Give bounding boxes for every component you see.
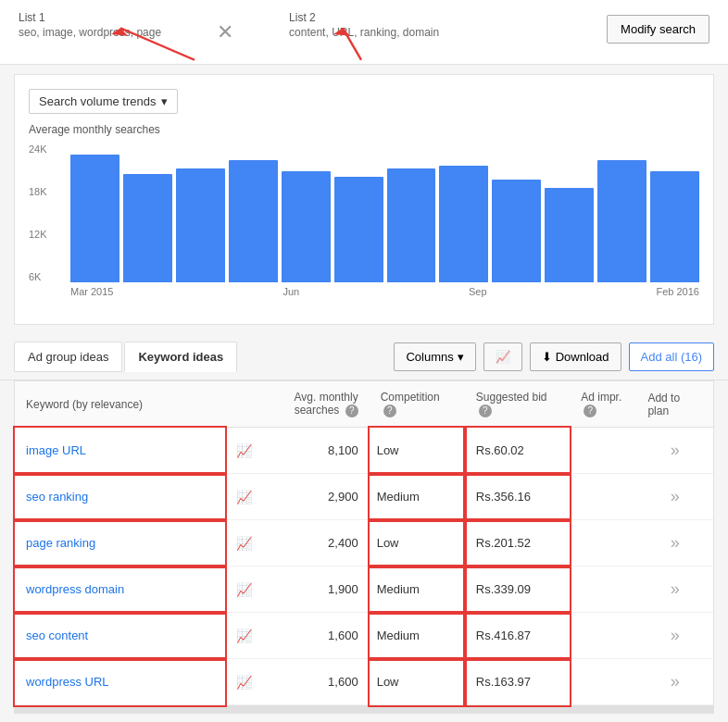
download-label: Download (556, 350, 609, 364)
y-label-6k: 6K (29, 271, 47, 282)
chart-cell[interactable]: 📈 (225, 659, 264, 705)
bid-cell: Rs.163.97 (465, 659, 570, 705)
chart-dropdown-label: Search volume trends (39, 94, 156, 108)
y-label-24k: 24K (29, 143, 47, 155)
keywords-table: Keyword (by relevance) Avg. monthly sear… (15, 381, 713, 705)
x-label-mar2015: Mar 2015 (70, 286, 113, 297)
y-label-12k: 12K (29, 229, 47, 240)
chart-cell[interactable]: 📈 (225, 613, 264, 659)
bar-8 (439, 166, 488, 282)
monthly-help-icon[interactable]: ? (345, 405, 358, 417)
keyword-cell: wordpress URL (15, 659, 225, 705)
monthly-cell: 2,900 (264, 474, 369, 520)
competition-cell: Medium (370, 474, 465, 520)
x-label-jun: Jun (282, 286, 299, 297)
horizontal-scrollbar[interactable] (14, 706, 714, 714)
toolbar-right: Columns ▾ 📈 ⬇ Download Add all (16) (394, 342, 714, 371)
chevron-down-icon: ▾ (458, 350, 464, 364)
y-labels: 6K 12K 18K 24K (29, 143, 47, 282)
table-body: image URL 📈 8,100 Low Rs.60.02 » seo ran… (15, 428, 713, 705)
table-row: wordpress URL 📈 1,600 Low Rs.163.97 » (15, 659, 713, 705)
x-labels: Mar 2015 Jun Sep Feb 2016 (29, 282, 699, 297)
add-to-plan-cell[interactable]: » (636, 474, 713, 520)
bid-help-icon[interactable]: ? (479, 405, 492, 417)
list-divider: ✕ (217, 20, 233, 44)
bar-4 (229, 160, 278, 282)
ad-impr-cell (570, 659, 636, 705)
list1-label: List 1 (19, 11, 161, 24)
keyword-cell: page ranking (15, 520, 225, 566)
col-chart (225, 381, 264, 428)
monthly-cell: 1,600 (264, 659, 369, 705)
header-section: List 1 seo, image, wordpress, page ✕ Lis… (0, 0, 728, 65)
x-label-feb2016: Feb 2016 (656, 286, 698, 297)
add-all-button[interactable]: Add all (16) (629, 342, 714, 371)
table-header-row: Keyword (by relevance) Avg. monthly sear… (15, 381, 713, 428)
bar-9 (492, 180, 541, 282)
keyword-text[interactable]: seo content (26, 629, 88, 642)
keyword-text[interactable]: wordpress domain (26, 582, 124, 596)
bar-5 (282, 171, 331, 282)
bar-6 (334, 177, 383, 282)
col-competition: Competition ? (370, 381, 465, 428)
chevron-down-icon: ▾ (161, 94, 168, 108)
chart-view-button[interactable]: 📈 (483, 342, 522, 371)
ad-impr-cell (570, 474, 636, 520)
chart-cell[interactable]: 📈 (225, 566, 264, 613)
keyword-text[interactable]: seo ranking (26, 490, 88, 504)
download-button[interactable]: ⬇ Download (530, 342, 621, 371)
bar-12 (650, 171, 699, 282)
modify-search-button[interactable]: Modify search (607, 15, 709, 44)
monthly-cell: 2,400 (264, 520, 369, 566)
ad-impr-cell (570, 428, 636, 474)
chart-cell[interactable]: 📈 (225, 520, 264, 566)
ad-impr-cell (570, 613, 636, 659)
table-row: image URL 📈 8,100 Low Rs.60.02 » (15, 428, 713, 474)
chart-bars: 6K 12K 18K 24K (29, 143, 699, 282)
keyword-cell: seo ranking (15, 474, 225, 520)
competition-cell: Medium (370, 566, 465, 613)
bar-11 (597, 160, 646, 282)
tab-keyword-ideas[interactable]: Keyword ideas (124, 342, 237, 372)
download-icon: ⬇ (542, 350, 552, 364)
monthly-cell: 1,600 (264, 613, 369, 659)
list1-info: List 1 seo, image, wordpress, page (19, 11, 161, 39)
adimpr-help-icon[interactable]: ? (584, 405, 596, 417)
monthly-cell: 8,100 (264, 428, 369, 474)
table-row: seo content 📈 1,600 Medium Rs.416.87 » (15, 613, 713, 659)
keyword-text[interactable]: image URL (26, 443, 86, 457)
bid-cell: Rs.416.87 (465, 613, 570, 659)
keyword-text[interactable]: page ranking (26, 536, 95, 550)
monthly-cell: 1,900 (264, 566, 369, 613)
columns-button[interactable]: Columns ▾ (394, 342, 475, 371)
competition-cell: Low (370, 428, 465, 474)
table-row: page ranking 📈 2,400 Low Rs.201.52 » (15, 520, 713, 566)
chart-cell[interactable]: 📈 (225, 474, 264, 520)
add-to-plan-cell[interactable]: » (636, 659, 713, 705)
col-add-to-plan: Add to plan (636, 381, 713, 428)
add-to-plan-cell[interactable]: » (636, 520, 713, 566)
keywords-table-container: Keyword (by relevance) Avg. monthly sear… (14, 380, 714, 706)
y-label-18k: 18K (29, 186, 47, 197)
list2-info: List 2 content, URL, ranking, domain (289, 11, 439, 39)
competition-cell: Low (370, 520, 465, 566)
add-to-plan-cell[interactable]: » (636, 566, 713, 613)
list2-items: content, URL, ranking, domain (289, 26, 439, 39)
chart-icon: 📈 (496, 350, 510, 364)
keyword-text[interactable]: wordpress URL (26, 675, 109, 689)
tab-ad-group-ideas[interactable]: Ad group ideas (14, 342, 122, 372)
add-to-plan-cell[interactable]: » (636, 613, 713, 659)
bar-7 (387, 168, 436, 282)
keyword-cell: wordpress domain (15, 566, 225, 613)
x-label-sep: Sep (469, 286, 487, 297)
add-to-plan-cell[interactable]: » (636, 428, 713, 474)
competition-cell: Medium (370, 613, 465, 659)
competition-help-icon[interactable]: ? (383, 405, 396, 417)
bid-cell: Rs.356.16 (465, 474, 570, 520)
bid-cell: Rs.60.02 (465, 428, 570, 474)
bid-cell: Rs.201.52 (465, 520, 570, 566)
chart-cell[interactable]: 📈 (225, 428, 264, 474)
bar-1 (70, 155, 119, 282)
table-row: wordpress domain 📈 1,900 Medium Rs.339.0… (15, 566, 713, 613)
search-volume-dropdown[interactable]: Search volume trends ▾ (29, 89, 178, 114)
